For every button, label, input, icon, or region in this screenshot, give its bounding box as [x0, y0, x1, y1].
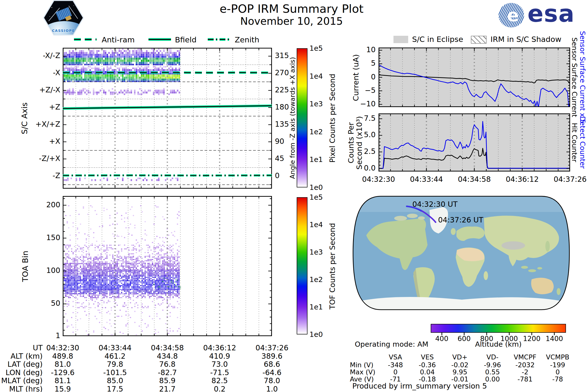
sc-left-tick-label: -X/-Z — [16, 51, 60, 60]
altitude-colorbar — [431, 324, 566, 333]
ephemeris-cell: 15.9 — [36, 385, 90, 392]
anti-ram-line-icon — [74, 37, 97, 42]
voltage-cell: -781 — [507, 375, 544, 383]
operating-mode-label: Operating mode: AM — [355, 340, 428, 348]
ephemeris-cell: 81.0 — [36, 360, 90, 368]
sc-left-tick-label: +Z — [16, 103, 60, 111]
eclipse-swatch-icon — [394, 36, 408, 43]
voltage-cell: 0 — [377, 368, 414, 376]
voltage-cell: -0.02 — [442, 361, 478, 369]
ephemeris-cell: -82.7 — [140, 368, 194, 377]
tof-colorbar-label: TOF Counts per Second — [328, 193, 337, 340]
cassiope-mission-patch: CASSIOPE — [43, 0, 84, 36]
produced-by-label: Produced by irm_summary version 5 — [352, 382, 487, 390]
track-start-label: 04:32:30 UT — [412, 200, 458, 208]
counts-right-label-blue: Detect Counter — [578, 81, 586, 204]
voltage-col-header: VES — [409, 353, 446, 361]
voltage-cell: -0.36 — [409, 361, 446, 369]
zenith-line-icon — [207, 37, 231, 42]
voltage-col-header: VSA — [377, 353, 414, 361]
ephemeris-cell: 04:32:30 — [36, 344, 90, 352]
legend-zenith-label: Zenith — [235, 35, 259, 44]
ephemeris-cell: 79.8 — [88, 360, 142, 368]
tof-colorbar-tick-label: 1e4 — [310, 220, 332, 229]
ephemeris-cell: -64.6 — [245, 368, 299, 377]
voltage-cell: -348 — [377, 361, 414, 369]
sc-right-tick-label: 0 — [275, 171, 302, 180]
sc-left-tick-label: +Z/-X — [16, 86, 60, 94]
toa-tick-label: 100 — [16, 266, 60, 275]
alt-colorbar-tick-label: 1400 — [540, 335, 569, 343]
sc-right-tick-label: 90 — [275, 137, 302, 146]
ephemeris-cell: 82.5 — [193, 376, 247, 385]
track-end-label: 04:37:26 UT — [438, 216, 484, 224]
ephemeris-cell: -101.5 — [88, 368, 142, 377]
voltage-cell: -9.96 — [474, 361, 511, 369]
sc-axis-spectrogram-panel — [63, 48, 272, 189]
voltage-cell: 0.55 — [474, 368, 511, 376]
voltage-cell: -2 — [507, 368, 544, 376]
ephemeris-cell: 78.0 — [245, 376, 299, 385]
ephemeris-cell: 489.8 — [36, 352, 90, 360]
current-ytick-label: 10 — [326, 45, 376, 54]
voltage-cell: -71 — [377, 375, 414, 383]
ephemeris-cell: 17.5 — [88, 385, 142, 392]
ephemeris-cell: 0.2 — [193, 385, 247, 392]
counter-plot — [378, 114, 570, 172]
voltage-row-label: Ave (V) — [350, 375, 379, 383]
sc-left-tick-label: -X — [16, 68, 60, 77]
ephemeris-cell: 389.6 — [245, 352, 299, 360]
voltage-cell: -0.18 — [409, 375, 446, 383]
voltage-cell: 0.04 — [409, 368, 446, 376]
sc-right-tick-label: 270 — [275, 68, 302, 77]
tof-colorbar-tick-label: 1e5 — [310, 193, 332, 202]
sc-right-tick-label: 180 — [275, 103, 302, 111]
voltage-cell: -199 — [539, 361, 576, 369]
counts-ytick-label: 5.0 — [326, 130, 376, 139]
ephemeris-cell: 04:37:26 — [245, 344, 299, 352]
ephemeris-cell: 04:33:44 — [88, 344, 142, 352]
pixel-colorbar-tick-label: 1e5 — [310, 44, 332, 52]
cassiope-patch-inner: CASSIOPE — [44, 1, 83, 34]
right-xtick-label: 04:33:44 — [402, 175, 451, 184]
shadow-hatch-swatch-icon — [471, 36, 486, 44]
ephemeris-cell: 76.8 — [140, 360, 194, 368]
ephemeris-cell: 04:34:58 — [140, 344, 194, 352]
patch-star — [52, 7, 52, 8]
page-title: e-POP IRM Summary Plot — [169, 2, 414, 16]
sc-axis-ylabel: S/C Axis — [20, 45, 29, 192]
voltage-col-header: VCMPB — [539, 353, 576, 361]
ephemeris-cell: -129.6 — [36, 368, 90, 377]
ephemeris-cell: 461.2 — [88, 352, 142, 360]
pixel-colorbar-tick-label: 1e0 — [310, 183, 332, 192]
eclipse-legend: S/C in Eclipse IRM in S/C Shadow — [392, 34, 578, 44]
toa-tick-label: 50 — [16, 299, 60, 308]
ephemeris-cell: 81.1 — [36, 376, 90, 385]
right-xtick-label: 04:34:58 — [450, 175, 499, 184]
current-plot — [378, 48, 570, 107]
sc-left-tick-label: +X/+Z — [16, 120, 60, 128]
voltage-cell: 9.95 — [442, 368, 478, 376]
esa-globe-e: e — [507, 5, 519, 26]
ephemeris-cell: 410.9 — [193, 352, 247, 360]
ephemeris-cell: 1.0 — [245, 385, 299, 392]
voltage-col-header: VD+ — [442, 353, 478, 361]
voltage-row-label: Max (V) — [350, 368, 379, 376]
current-ytick-label: 0 — [326, 72, 376, 81]
sc-left-tick-label: -Z — [16, 171, 60, 180]
voltage-col-header: VMCPF — [507, 353, 544, 361]
toa-grid — [63, 196, 272, 336]
voltage-cell: -0.01 — [442, 375, 478, 383]
legend-eclipse-label: S/C in Eclipse — [412, 35, 463, 44]
ephemeris-cell: 85.0 — [88, 376, 142, 385]
sc-left-tick-label: -Z/+X — [16, 154, 60, 163]
voltage-cell: -2032 — [507, 361, 544, 369]
ephemeris-cell: 68.6 — [245, 360, 299, 368]
sc-axis-legend: Anti-ram Bfield Zenith — [71, 35, 264, 44]
pixel-colorbar-tick-label: 1e3 — [310, 100, 332, 108]
legend-shadow-label: IRM in S/C Shadow — [490, 35, 561, 44]
current-ytick-label: −5 — [326, 86, 376, 94]
voltage-cell: 0.00 — [474, 375, 511, 383]
ephemeris-cell: 04:36:12 — [193, 344, 247, 352]
ground-track-map — [352, 195, 571, 311]
